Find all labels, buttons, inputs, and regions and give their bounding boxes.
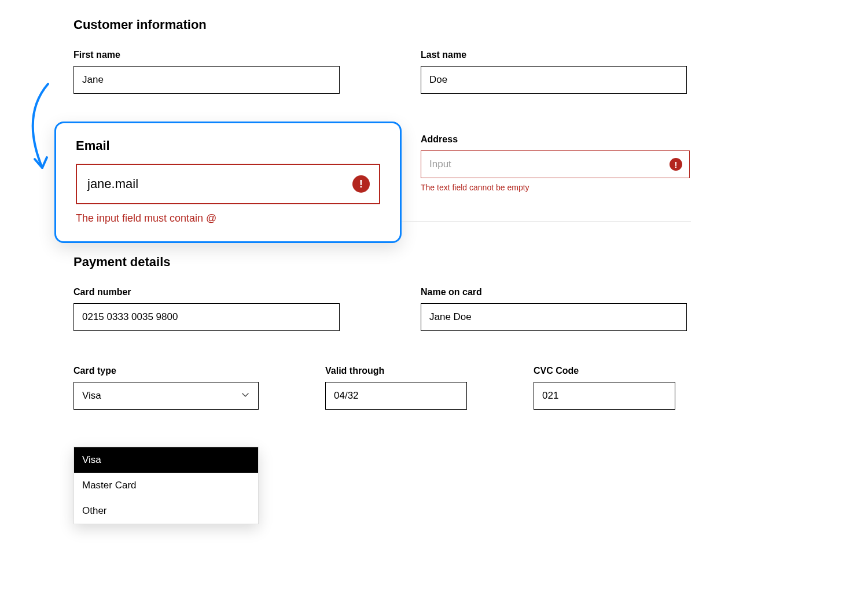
card-number-value: 0215 0333 0035 9800 [82,311,178,323]
cvc-code-label: CVC Code [534,366,675,376]
address-placeholder: Input [429,159,451,170]
first-name-value: Jane [82,74,104,86]
cvc-code-value: 021 [542,390,558,402]
card-number-input[interactable]: 0215 0333 0035 9800 [73,303,340,331]
address-label: Address [421,134,690,145]
name-on-card-field: Name on card Jane Doe [421,287,687,331]
email-input[interactable]: jane.mail ! [76,164,380,204]
last-name-label: Last name [421,50,687,60]
error-icon: ! [670,158,682,171]
cvc-code-input[interactable]: 021 [534,382,675,410]
first-name-label: First name [73,50,340,60]
valid-through-input[interactable]: 04/32 [325,382,467,410]
name-on-card-value: Jane Doe [429,311,472,323]
name-on-card-input[interactable]: Jane Doe [421,303,687,331]
valid-through-field: Valid through 04/32 [325,366,467,410]
name-on-card-label: Name on card [421,287,687,297]
valid-through-value: 04/32 [334,390,359,402]
chevron-down-icon [241,390,250,402]
last-name-field: Last name Doe [421,50,687,94]
email-value: jane.mail [87,176,138,192]
address-field: Address Input ! The text field cannot be… [421,134,690,192]
first-name-input[interactable]: Jane [73,66,340,94]
dropdown-option-mastercard[interactable]: Master Card [74,473,258,498]
dropdown-option-visa[interactable]: Visa [74,447,258,473]
first-name-field: First name Jane [73,50,340,94]
card-type-label: Card type [73,366,259,376]
cvc-code-field: CVC Code 021 [534,366,675,410]
payment-section-title: Payment details [73,255,693,270]
last-name-input[interactable]: Doe [421,66,687,94]
email-error-text: The input field must contain @ [76,212,380,225]
dropdown-option-other[interactable]: Other [74,498,258,524]
card-type-value: Visa [82,390,101,402]
customer-section-title: Customer information [73,17,693,32]
card-type-select[interactable]: Visa [73,382,259,410]
last-name-value: Doe [429,74,447,86]
card-type-dropdown: Visa Master Card Other [73,447,259,524]
email-highlight-card: Email jane.mail ! The input field must c… [54,122,402,243]
valid-through-label: Valid through [325,366,467,376]
address-error-text: The text field cannot be empty [421,183,690,192]
section-divider [402,221,691,222]
card-type-field: Card type Visa [73,366,259,410]
email-label: Email [76,138,380,153]
error-icon: ! [352,175,370,193]
card-number-label: Card number [73,287,340,297]
card-number-field: Card number 0215 0333 0035 9800 [73,287,340,331]
address-input[interactable]: Input ! [421,150,690,178]
